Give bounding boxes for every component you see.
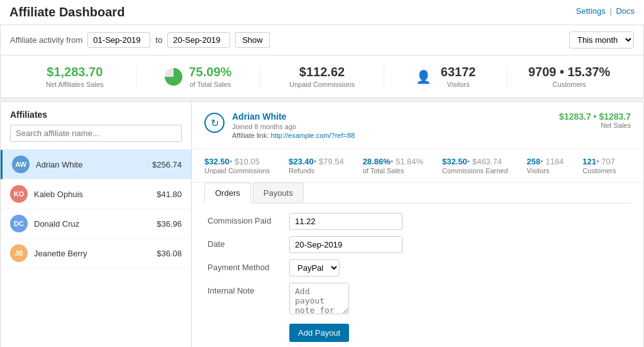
- date-input[interactable]: [289, 236, 402, 253]
- date-filter-bar: Affiliate activity from to Show This mon…: [0, 25, 644, 55]
- affiliate-info-left: ↻ Adrian White Joined 8 months ago Affil…: [204, 111, 355, 139]
- page-title: Affiliate Dashboard: [9, 5, 635, 20]
- affiliate-amount-2: $36.96: [157, 219, 182, 229]
- affiliate-item-1[interactable]: KO Kaleb Ophuis $41.80: [1, 179, 191, 209]
- date-row: Date: [208, 236, 628, 253]
- date-to-label: to: [155, 35, 162, 45]
- affiliate-detail-name[interactable]: Adrian White: [232, 111, 286, 122]
- affiliate-name-1: Kaleb Ophuis: [34, 190, 157, 199]
- settings-link[interactable]: Settings: [576, 6, 606, 16]
- detail-visitors-label: Visitors: [527, 167, 564, 174]
- tab-orders[interactable]: Orders: [204, 183, 251, 203]
- affiliate-link-row: Affiliate link: http://example.com/?ref=…: [232, 132, 355, 139]
- unpaid-stat-value: $32.50• $10.05: [204, 157, 270, 166]
- unpaid-commissions-value: $112.62: [270, 65, 374, 79]
- stat-total-sales-pct: 28.86%• 51.84% of Total Sales: [363, 157, 423, 174]
- add-payout-button[interactable]: Add Payout: [289, 324, 349, 342]
- affiliate-net-sales: $1283.7 • $1283.7 Net Sales: [559, 111, 631, 129]
- affiliates-header: Affiliates: [1, 102, 191, 150]
- stat-detail-visitors: 258• 1184 Visitors: [527, 157, 564, 174]
- payment-method-label: Payment Method: [208, 259, 289, 272]
- affiliate-item-3[interactable]: JB Jeanette Berry $36.08: [1, 239, 191, 268]
- refunds-stat-value: $23.40• $79.54: [289, 157, 344, 166]
- stat-total-pct: 75.09% of Total Sales: [137, 65, 261, 88]
- period-selector-wrapper: This month: [569, 31, 634, 48]
- pie-chart-icon: [165, 68, 182, 86]
- top-links: Settings | Docs: [576, 6, 635, 16]
- tabs-nav: Orders Payouts: [204, 183, 631, 203]
- stats-bar: $1,283.70 Net Affiliates Sales 75.09% of…: [0, 55, 644, 98]
- commissions-earned-value: $32.50• $463.74: [442, 157, 508, 166]
- affiliate-item-0[interactable]: AW Adrian White $256.74: [1, 150, 191, 179]
- commission-paid-input[interactable]: [289, 213, 402, 230]
- net-sales-detail-value: $1283.7 • $1283.7: [559, 111, 631, 122]
- avatar-0: AW: [12, 156, 30, 173]
- avatar-2: DC: [10, 215, 28, 232]
- refunds-stat-label: Refunds: [289, 167, 344, 174]
- customers-label: Customers: [517, 81, 621, 88]
- visitors-value: 63172: [441, 65, 476, 79]
- detail-customers-value: 121• 707: [582, 157, 616, 166]
- tabs-area: Orders Payouts Commission Paid Date Paym…: [192, 183, 643, 347]
- stat-visitors: 👤 63172 Visitors: [384, 65, 508, 88]
- commission-paid-row: Commission Paid: [208, 213, 628, 230]
- net-sales-value: $1,283.70: [23, 65, 127, 79]
- total-pct-label: of Total Sales: [189, 81, 231, 88]
- show-button[interactable]: Show: [235, 32, 270, 48]
- affiliates-panel: Affiliates AW Adrian White $256.74 KO Ka…: [0, 101, 192, 347]
- stat-unpaid: $32.50• $10.05 Unpaid Commissions: [204, 157, 270, 174]
- net-sales-detail-label: Net Sales: [559, 122, 631, 129]
- tab-payouts[interactable]: Payouts: [253, 183, 304, 203]
- stat-customers: 9709 • 15.37% Customers: [508, 65, 631, 88]
- stat-unpaid-commissions: $112.62 Unpaid Commissions: [260, 65, 384, 88]
- affiliate-name-3: Jeanette Berry: [34, 249, 157, 258]
- unpaid-commissions-label: Unpaid Commissions: [270, 81, 374, 88]
- internal-note-row: Internal Note: [208, 283, 628, 314]
- affiliate-amount-3: $36.08: [157, 249, 182, 258]
- affiliate-name-2: Donald Cruz: [34, 219, 157, 229]
- affiliate-amount-0: $256.74: [152, 160, 182, 169]
- search-input[interactable]: [10, 125, 182, 142]
- affiliate-item-2[interactable]: DC Donald Cruz $36.96: [1, 209, 191, 239]
- page-header: Settings | Docs Affiliate Dashboard: [0, 0, 644, 25]
- date-to-input[interactable]: [167, 32, 230, 48]
- detail-visitors-value: 258• 1184: [527, 157, 564, 166]
- tab-content: Commission Paid Date Payment Method PayP…: [204, 203, 631, 347]
- avatar-1: KO: [10, 185, 28, 203]
- internal-note-label: Internal Note: [208, 283, 289, 295]
- date-from-input[interactable]: [87, 32, 150, 48]
- total-sales-pct-label: of Total Sales: [363, 167, 423, 174]
- detail-stats: $32.50• $10.05 Unpaid Commissions $23.40…: [192, 149, 643, 183]
- stat-detail-customers: 121• 707 Customers: [582, 157, 616, 174]
- detail-customers-label: Customers: [582, 167, 616, 174]
- stat-commissions-earned: $32.50• $463.74 Commissions Earned: [442, 157, 508, 174]
- commission-paid-label: Commission Paid: [208, 213, 289, 225]
- detail-panel: ↻ Adrian White Joined 8 months ago Affil…: [192, 101, 644, 347]
- total-sales-pct-value: 28.86%• 51.84%: [363, 157, 423, 166]
- stat-net-sales: $1,283.70 Net Affiliates Sales: [13, 65, 137, 88]
- internal-note-input[interactable]: [289, 283, 349, 314]
- commissions-earned-label: Commissions Earned: [442, 167, 508, 174]
- docs-link[interactable]: Docs: [616, 6, 635, 16]
- add-payout-row: Add Payout: [208, 321, 628, 342]
- payment-method-row: Payment Method PayPal: [208, 259, 628, 276]
- affiliate-joined: Joined 8 months ago: [232, 123, 355, 130]
- avatar-3: JB: [10, 244, 28, 262]
- affiliates-title: Affiliates: [10, 110, 182, 120]
- affiliate-detail-header: ↻ Adrian White Joined 8 months ago Affil…: [192, 102, 643, 149]
- affiliate-list: AW Adrian White $256.74 KO Kaleb Ophuis …: [1, 150, 191, 268]
- affiliate-meta: Adrian White Joined 8 months ago Affilia…: [232, 111, 355, 139]
- affiliate-amount-1: $41.80: [157, 190, 182, 199]
- date-label: Date: [208, 236, 289, 249]
- payment-method-select[interactable]: PayPal: [289, 259, 340, 276]
- customers-value: 9709 • 15.37%: [517, 65, 621, 79]
- affiliate-link[interactable]: http://example.com/?ref=88: [271, 132, 355, 139]
- stat-refunds: $23.40• $79.54 Refunds: [289, 157, 344, 174]
- visitors-label: Visitors: [441, 81, 476, 88]
- date-filter-label: Affiliate activity from: [10, 35, 82, 45]
- total-pct-value: 75.09%: [189, 65, 231, 79]
- period-select[interactable]: This month: [569, 31, 634, 48]
- net-sales-label: Net Affiliates Sales: [23, 81, 127, 88]
- affiliate-name-0: Adrian White: [36, 160, 152, 169]
- main-content: Affiliates AW Adrian White $256.74 KO Ka…: [0, 101, 644, 347]
